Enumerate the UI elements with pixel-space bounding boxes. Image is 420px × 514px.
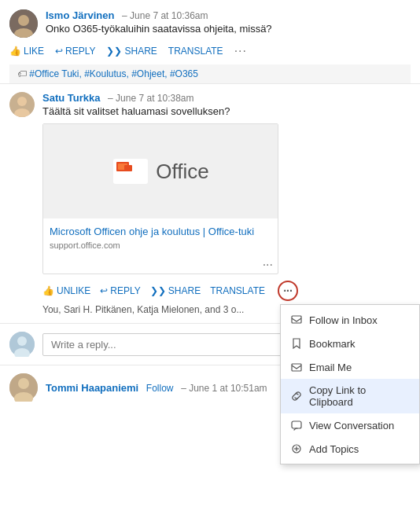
context-menu-item-bookmark[interactable]: Bookmark [281, 332, 419, 355]
context-menu-item-conversation[interactable]: View Conversation [281, 413, 419, 437]
link-preview[interactable]: Office Microsoft Officen ohje ja koulutu… [42, 123, 278, 274]
avatar-current-user [9, 332, 35, 357]
reply-1-header: Satu Turkka – June 7 at 10:38am Täältä s… [9, 92, 411, 117]
reply-1-date: – June 7 at 10:38am [108, 93, 193, 104]
thumbs-up-filled-icon: 👍 [42, 285, 54, 296]
context-menu-label-copy-link: Copy Link to Clipboard [309, 384, 410, 408]
svg-point-1 [18, 15, 29, 26]
like-button[interactable]: 👍 LIKE [9, 46, 44, 57]
reply-button[interactable]: ↩ REPLY [55, 46, 95, 57]
context-menu-label-follow: Follow in Inbox [309, 314, 378, 326]
svg-rect-11 [292, 364, 301, 371]
reply-share-button[interactable]: ❯❯ SHARE [150, 285, 201, 296]
office-wordmark: Office [156, 160, 208, 184]
topics-icon [290, 442, 303, 455]
svg-point-17 [17, 336, 27, 346]
tag-icon: 🏷 [17, 68, 27, 79]
reply-icon-2: ↩ [100, 285, 108, 296]
context-menu-label-conversation: View Conversation [309, 420, 394, 431]
post-2-date: – June 1 at 10:51am [181, 383, 267, 394]
link-title[interactable]: Microsoft Officen ohje ja koulutus | Off… [50, 225, 271, 239]
avatar-ismo [9, 9, 38, 38]
share-icon-2: ❯❯ [150, 285, 166, 296]
post-1-text: Onko O365-työkaluihin saatavissa ohjeita… [46, 23, 411, 35]
svg-point-20 [18, 378, 29, 389]
email-icon [290, 361, 303, 373]
conversation-icon [290, 419, 303, 431]
office-icon [112, 152, 149, 190]
reply-1-meta: Satu Turkka – June 7 at 10:38am Täältä s… [42, 92, 411, 117]
share-button[interactable]: ❯❯ SHARE [106, 46, 157, 57]
context-menu-label-email: Email Me [309, 362, 352, 373]
thumbs-up-icon: 👍 [9, 46, 21, 57]
avatar-satu [9, 92, 35, 117]
context-menu-label-topics: Add Topics [309, 443, 359, 455]
bookmark-icon [290, 337, 303, 350]
share-icon: ❯❯ [106, 46, 122, 57]
context-menu: Follow in Inbox Bookmark Email Me Copy L… [280, 304, 420, 464]
unlike-button[interactable]: 👍 UNLIKE [42, 285, 90, 296]
context-menu-item-copy-link[interactable]: Copy Link to Clipboard [281, 379, 419, 413]
more-button-reply1[interactable]: ··· [278, 281, 298, 301]
post-1-header: Ismo Järvinen – June 7 at 10:36am Onko O… [9, 9, 411, 38]
post-1-actions: 👍 LIKE ↩ REPLY ❯❯ SHARE TRANSLATE ··· [9, 44, 411, 58]
post-1: Ismo Järvinen – June 7 at 10:36am Onko O… [0, 0, 420, 84]
post-1-author[interactable]: Ismo Järvinen [46, 9, 114, 21]
follow-button[interactable]: Follow [146, 383, 174, 394]
link-preview-info: Microsoft Officen ohje ja koulutus | Off… [43, 218, 278, 256]
avatar-tommi [9, 373, 38, 402]
svg-rect-9 [124, 165, 132, 171]
reply-icon: ↩ [55, 46, 63, 57]
post-1-meta: Ismo Järvinen – June 7 at 10:36am Onko O… [46, 9, 411, 35]
reply-1-author[interactable]: Satu Turkka [42, 92, 100, 104]
reply-1-actions: 👍 UNLIKE ↩ REPLY ❯❯ SHARE TRANSLATE ··· … [42, 281, 411, 301]
reply-reply-button[interactable]: ↩ REPLY [100, 285, 140, 296]
more-button-post1[interactable]: ··· [234, 44, 247, 58]
context-menu-item-email[interactable]: Email Me [281, 355, 419, 379]
post-2-author[interactable]: Tommi Haapaniemi [46, 382, 138, 394]
tags-bar: 🏷 #Office Tuki, #Koulutus, #Ohjeet, #O36… [9, 64, 411, 83]
translate-button[interactable]: TRANSLATE [168, 46, 223, 57]
office-logo: Office [112, 152, 208, 190]
link-domain: support.office.com [50, 240, 271, 250]
context-menu-label-bookmark: Bookmark [309, 338, 356, 350]
link-preview-image: Office [43, 124, 278, 218]
reply-translate-button[interactable]: TRANSLATE [210, 285, 265, 296]
link-dots-button[interactable]: ··· [43, 256, 278, 274]
link-icon [290, 390, 303, 402]
svg-point-4 [17, 97, 27, 106]
context-menu-item-topics[interactable]: Add Topics [281, 437, 419, 461]
inbox-icon [290, 314, 303, 326]
post-1-date: – June 7 at 10:36am [122, 10, 208, 21]
context-menu-item-follow[interactable]: Follow in Inbox [281, 308, 419, 332]
reply-1-text: Täältä sit valitset haluamasi sovellukse… [42, 105, 411, 117]
svg-rect-12 [292, 421, 301, 428]
reply-1: Satu Turkka – June 7 at 10:38am Täältä s… [0, 84, 420, 324]
